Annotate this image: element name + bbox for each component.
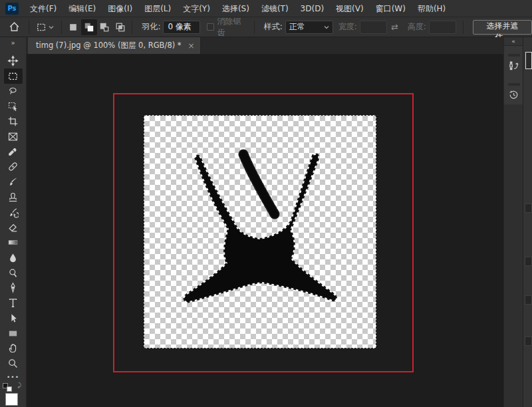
crop-tool-button[interactable]: [4, 114, 23, 129]
expand-tools-icon[interactable]: »: [0, 39, 26, 48]
gradient-tool-button[interactable]: [4, 235, 23, 250]
type-tool-button[interactable]: [4, 295, 23, 311]
menu-select[interactable]: 选择(S): [216, 0, 255, 17]
default-colors-control[interactable]: ⤸: [3, 383, 17, 392]
bandage-icon: [7, 161, 19, 172]
black-stroke-mark: [243, 154, 275, 214]
separator: [61, 21, 62, 34]
chevron-down-icon: [49, 25, 54, 29]
height-input[interactable]: [429, 21, 456, 34]
marquee-preset-icon: [36, 22, 47, 33]
menu-image[interactable]: 图像(I): [102, 0, 138, 17]
separator: [254, 21, 255, 34]
eyedropper-icon: [7, 146, 19, 157]
foreground-background-colors[interactable]: [3, 392, 23, 407]
clipped-panel-fragment: [525, 204, 532, 213]
menu-file[interactable]: 文件(F): [24, 0, 63, 17]
menu-3d[interactable]: 3D(D): [295, 0, 330, 17]
anti-alias-label: 消除锯齿: [217, 16, 246, 39]
anti-alias-checkbox[interactable]: [207, 23, 213, 31]
hand-tool-button[interactable]: [4, 341, 23, 356]
menu-type[interactable]: 文字(Y): [177, 0, 216, 17]
canvas-area[interactable]: [27, 55, 503, 407]
hand-icon: [7, 342, 19, 354]
spot-healing-brush-tool-button[interactable]: [4, 159, 23, 174]
magnifier-icon: [7, 358, 19, 369]
add-to-selection-mode-button[interactable]: [81, 19, 96, 35]
frame-tool-button[interactable]: [4, 129, 23, 144]
width-label: 宽度:: [338, 21, 357, 33]
rectangle-shape-tool-button[interactable]: [4, 326, 23, 341]
pen-icon: [7, 282, 19, 293]
document-tab[interactable]: timg (7).jpg @ 100% (图层 0, RGB/8) * ×: [28, 37, 201, 54]
menu-window[interactable]: 窗口(W): [370, 0, 412, 17]
lasso-icon: [7, 85, 19, 96]
separator: [132, 21, 132, 34]
water-drop-icon: [7, 252, 19, 263]
clipped-panel-strip: [523, 37, 532, 407]
document-tab-bar: timg (7).jpg @ 100% (图层 0, RGB/8) * ×: [27, 37, 503, 55]
history-panel-button[interactable]: [504, 75, 523, 104]
close-tab-icon[interactable]: ×: [188, 41, 195, 51]
cursor-arrow-icon: [7, 313, 19, 324]
new-selection-mode-button[interactable]: [66, 19, 81, 35]
width-input[interactable]: [360, 21, 387, 34]
height-label: 高度:: [408, 21, 426, 33]
history-states-panel-button[interactable]: [504, 46, 523, 75]
menu-layer[interactable]: 图层(L): [138, 0, 177, 17]
style-dropdown[interactable]: 正常: [285, 21, 333, 34]
panel-label-clipped: [508, 83, 520, 86]
transparent-image-layer[interactable]: [144, 115, 376, 348]
menu-edit[interactable]: 编辑(E): [63, 0, 102, 17]
selected-shape-graphic: [144, 116, 376, 348]
tool-preset-button[interactable]: [33, 19, 57, 35]
menu-view[interactable]: 视图(V): [330, 0, 370, 17]
tools-panel: »: [0, 37, 27, 407]
intersect-selection-mode-button[interactable]: [112, 19, 128, 35]
clone-stamp-tool-button[interactable]: [4, 190, 23, 205]
clock-icon: [508, 89, 519, 100]
history-brush-tool-button[interactable]: [4, 205, 23, 220]
subtract-from-selection-mode-button[interactable]: [97, 19, 112, 35]
menu-bar: Ps 文件(F) 编辑(E) 图像(I) 图层(L) 文字(Y) 选择(S) 滤…: [0, 0, 532, 17]
separator: [29, 21, 29, 34]
style-value: 正常: [289, 21, 305, 33]
clipped-panel-thumbnail: [525, 52, 532, 69]
path-selection-tool-button[interactable]: [4, 311, 23, 326]
frame-icon: [7, 131, 19, 142]
collapse-dock-icon[interactable]: «: [504, 37, 523, 46]
zoom-tool-button[interactable]: [4, 356, 23, 371]
menu-help[interactable]: 帮助(H): [412, 0, 452, 17]
lasso-tool-button[interactable]: [4, 84, 23, 99]
eraser-icon: [7, 221, 19, 233]
swap-colors-icon[interactable]: ⤸: [18, 382, 21, 389]
eyedropper-tool-button[interactable]: [4, 144, 23, 160]
feather-input[interactable]: 0 像素: [163, 21, 200, 34]
move-icon: [7, 55, 19, 67]
clipped-panel-fragment: [525, 295, 532, 305]
blur-tool-button[interactable]: [4, 250, 23, 265]
crop-icon: [7, 116, 19, 127]
home-button[interactable]: [4, 19, 25, 35]
pen-tool-button[interactable]: [4, 280, 23, 295]
swap-width-height-icon[interactable]: ⇄: [391, 22, 398, 32]
move-tool-button[interactable]: [4, 53, 23, 68]
style-label: 样式:: [264, 21, 283, 33]
menu-filter[interactable]: 滤镜(T): [255, 0, 295, 17]
quick-selection-icon: [7, 100, 19, 112]
intersect-selection-icon: [115, 22, 126, 33]
dodge-tool-button[interactable]: [4, 265, 23, 281]
rectangle-icon: [7, 328, 19, 339]
clipped-panel-fragment: [525, 337, 532, 346]
foreground-color-swatch[interactable]: [5, 393, 18, 406]
rectangular-marquee-tool-button[interactable]: [4, 68, 23, 84]
add-to-selection-icon: [84, 22, 94, 33]
select-and-mask-button[interactable]: 选择并遮住...: [473, 20, 532, 35]
list-with-undo-arrow-icon: [508, 60, 519, 71]
eraser-tool-button[interactable]: [4, 219, 23, 235]
history-brush-icon: [7, 207, 19, 218]
brush-tool-button[interactable]: [4, 174, 23, 190]
quick-selection-tool-button[interactable]: [4, 98, 23, 114]
edit-toolbar-ellipsis[interactable]: •••: [7, 374, 19, 380]
panel-label-clipped: [508, 54, 520, 57]
